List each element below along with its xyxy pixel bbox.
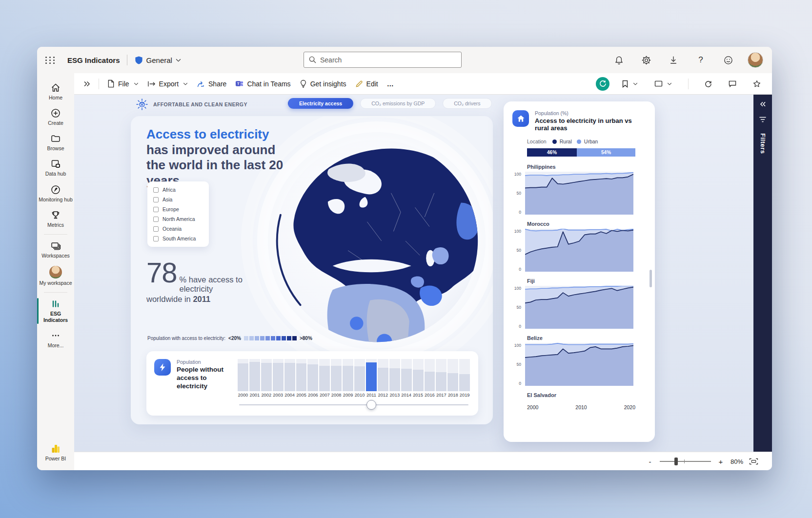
zoom-slider[interactable] (660, 457, 711, 466)
year-bar-2009[interactable] (343, 359, 353, 391)
year-bar-2002[interactable] (261, 359, 272, 391)
rural-urban-split-bar[interactable]: 46%54% (527, 148, 635, 157)
app-launcher-button[interactable] (37, 47, 63, 73)
checkbox[interactable] (153, 187, 159, 193)
tab-co2-drivers[interactable]: CO₂ drivers (443, 98, 491, 109)
area-chart[interactable] (525, 229, 633, 272)
panel-scrollbar[interactable] (650, 270, 652, 287)
year-bar-2004[interactable] (284, 359, 295, 391)
sidebar-item-browse[interactable]: Browse (37, 130, 74, 155)
chevron-down-icon (633, 82, 638, 85)
continent-option[interactable]: Africa (153, 187, 203, 193)
checkbox[interactable] (153, 236, 159, 241)
year-bar-2007[interactable] (319, 359, 330, 391)
checkbox[interactable] (153, 226, 159, 232)
tab-electricity-access[interactable]: Electricity access (288, 98, 353, 109)
year-bar-2008[interactable] (331, 359, 342, 391)
checkbox[interactable] (153, 197, 159, 202)
sidebar-item-more[interactable]: More... (37, 327, 74, 352)
year-bar-2010[interactable] (354, 359, 365, 391)
year-bar-2014[interactable] (401, 359, 412, 391)
search-input[interactable] (320, 56, 456, 64)
reset-filters-button[interactable] (596, 77, 609, 91)
file-menu-button[interactable]: File (103, 77, 143, 91)
edit-button[interactable]: Edit (351, 77, 383, 91)
chat-in-teams-button[interactable]: T Chat in Teams (231, 77, 295, 91)
year-bar-2005[interactable] (296, 359, 307, 391)
zoom-slider-handle[interactable] (674, 458, 678, 465)
continent-option[interactable]: Asia (153, 197, 203, 202)
year-bar-2003[interactable] (273, 359, 284, 391)
house-icon (512, 110, 529, 127)
year-bar-2001[interactable] (249, 359, 260, 391)
tab-co2-emissions-by-gdp[interactable]: CO₂ emissions by GDP (360, 98, 436, 109)
country-chart-morocco: Morocco100500 (504, 219, 655, 272)
favorite-button[interactable] (749, 77, 765, 91)
legend-urban[interactable]: Urban (584, 139, 598, 144)
refresh-button[interactable] (700, 77, 716, 90)
year-bar-2018[interactable] (447, 359, 458, 391)
view-button[interactable] (650, 78, 676, 90)
bookmarks-button[interactable] (617, 77, 642, 91)
export-menu-button[interactable]: Export (143, 77, 192, 91)
sidebar-item-label: Monitoring hub (39, 197, 72, 203)
year-bar-2015[interactable] (413, 359, 424, 391)
area-chart[interactable] (525, 172, 633, 215)
zoom-out-button[interactable]: - (646, 458, 654, 466)
year-bar-2016[interactable] (425, 359, 435, 391)
zoom-in-button[interactable]: + (717, 458, 725, 466)
rural-share-segment[interactable]: 46% (527, 148, 577, 157)
checkbox[interactable] (153, 217, 159, 222)
checkbox[interactable] (153, 207, 159, 212)
legend-rural[interactable]: Rural (560, 139, 572, 144)
year-label: 2016 (424, 393, 436, 398)
year-bar-2012[interactable] (378, 359, 388, 391)
comments-button[interactable] (724, 77, 741, 90)
sidebar-item-metrics[interactable]: Metrics (37, 206, 74, 232)
share-button[interactable]: Share (192, 77, 231, 91)
user-avatar[interactable] (748, 52, 763, 68)
area-chart[interactable] (525, 343, 633, 386)
sidebar-item-power-bi[interactable]: Power BI (37, 440, 74, 465)
notifications-button[interactable] (611, 52, 627, 68)
area-chart[interactable] (525, 286, 633, 329)
continent-option[interactable]: Oceania (153, 226, 203, 232)
year-label: 2002 (261, 393, 272, 398)
expand-filters-button[interactable] (760, 101, 766, 107)
shield-icon (134, 56, 143, 65)
continent-option[interactable]: Europe (153, 206, 203, 212)
year-slider-handle[interactable] (366, 400, 376, 410)
sidebar-item-workspaces[interactable]: Workspaces (37, 237, 74, 262)
continent-option[interactable]: North America (153, 216, 203, 222)
download-button[interactable] (666, 52, 681, 68)
search-box[interactable] (304, 52, 462, 68)
sidebar-item-esg-indicators[interactable]: ESG Indicators (37, 295, 74, 327)
year-bar-2011[interactable] (366, 359, 377, 391)
year-bar-2006[interactable] (307, 359, 318, 391)
database-icon (50, 159, 61, 169)
year-bar-2019[interactable] (459, 359, 470, 391)
settings-button[interactable] (638, 52, 654, 68)
globe-map[interactable] (271, 136, 482, 346)
year-slider[interactable] (237, 398, 470, 411)
filters-label[interactable]: Filters (759, 133, 767, 154)
continent-option[interactable]: South America (153, 236, 203, 241)
sidebar-item-create[interactable]: Create (37, 104, 74, 130)
sidebar-item-monitoring-hub[interactable]: Monitoring hub (37, 181, 74, 206)
year-bar-2000[interactable] (238, 359, 248, 391)
year-bar-2013[interactable] (389, 359, 400, 391)
sidebar-item-home[interactable]: Home (37, 79, 74, 104)
fit-to-page-button[interactable] (749, 458, 758, 465)
year-chart[interactable]: 2000200120022003200420052006200720082009… (237, 359, 470, 412)
collapse-nav-button[interactable] (79, 78, 95, 90)
sidebar-item-my-workspace[interactable]: My workspace (37, 262, 74, 290)
get-insights-button[interactable]: Get insights (295, 77, 351, 91)
urban-share-segment[interactable]: 54% (577, 148, 635, 157)
more-options-button[interactable]: … (383, 77, 399, 91)
sidebar-item-data-hub[interactable]: Data hub (37, 155, 74, 180)
stat-block: 78 % have access to electricity worldwid… (146, 259, 278, 304)
feedback-button[interactable] (720, 52, 736, 68)
workspace-switcher[interactable]: General (146, 56, 181, 64)
year-bar-2017[interactable] (436, 359, 447, 391)
help-button[interactable]: ? (693, 52, 709, 68)
